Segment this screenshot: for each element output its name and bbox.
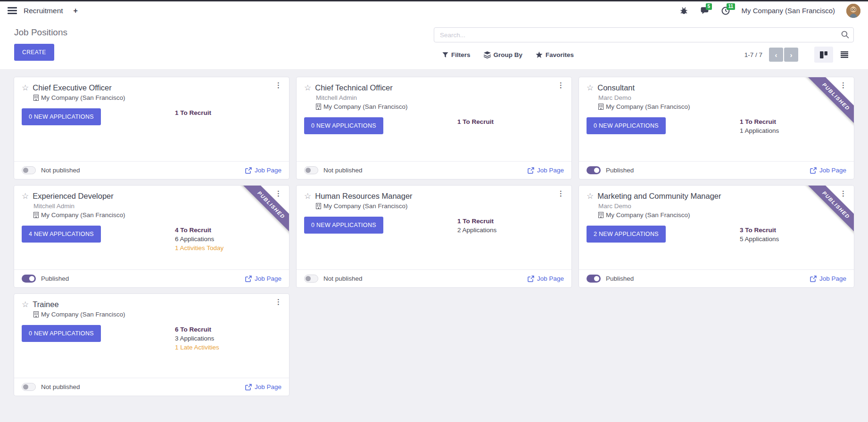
publish-toggle[interactable] xyxy=(22,383,36,391)
applications-count[interactable]: 2 Applications xyxy=(457,227,564,234)
favorite-star-icon[interactable]: ☆ xyxy=(304,84,311,92)
new-applications-button[interactable]: 0 NEW APPLICATIONS xyxy=(304,117,383,134)
new-applications-button[interactable]: 2 NEW APPLICATIONS xyxy=(587,226,666,243)
filters-dropdown[interactable]: Filters xyxy=(442,51,471,58)
job-title: Consultant xyxy=(597,83,635,92)
kanban-view-button[interactable] xyxy=(814,47,833,63)
job-page-link[interactable]: Job Page xyxy=(528,275,564,282)
applications-count[interactable]: 1 Applications xyxy=(740,127,846,134)
favorite-star-icon[interactable]: ☆ xyxy=(22,192,29,200)
messages-icon[interactable]: 5 xyxy=(700,7,710,15)
job-position-card[interactable]: PUBLISHED ⋮ ☆ Experienced Developer Mitc… xyxy=(14,185,289,288)
company-switcher[interactable]: My Company (San Francisco) xyxy=(742,7,835,15)
new-applications-button[interactable]: 4 NEW APPLICATIONS xyxy=(22,226,101,243)
publish-toggle[interactable] xyxy=(22,166,36,174)
new-applications-button[interactable]: 0 NEW APPLICATIONS xyxy=(587,117,666,134)
job-position-card[interactable]: PUBLISHED ⋮ ☆ Consultant Marc Demo My Co… xyxy=(579,77,854,179)
plus-icon[interactable]: + xyxy=(74,7,78,15)
card-footer: Not published Job Page xyxy=(297,161,571,179)
job-page-label: Job Page xyxy=(255,167,281,174)
to-recruit-count[interactable]: 6 To Recruit xyxy=(175,326,281,333)
to-recruit-count[interactable]: 4 To Recruit xyxy=(175,227,281,234)
company-name: My Company (San Francisco) xyxy=(606,211,690,219)
to-recruit-count[interactable]: 1 To Recruit xyxy=(457,218,564,225)
apps-menu-icon[interactable] xyxy=(8,7,17,14)
company-line: My Company (San Francisco) xyxy=(33,94,281,101)
job-page-link[interactable]: Job Page xyxy=(245,167,281,174)
favorite-star-icon[interactable]: ☆ xyxy=(304,192,311,200)
favorite-star-icon[interactable]: ☆ xyxy=(22,84,29,92)
messages-count-badge: 5 xyxy=(706,3,712,10)
card-kebab-menu-icon[interactable]: ⋮ xyxy=(557,190,564,198)
favorite-star-icon[interactable]: ☆ xyxy=(587,84,594,92)
activities-count[interactable]: 1 Late Activities xyxy=(175,344,281,351)
job-page-link[interactable]: Job Page xyxy=(810,275,846,282)
publish-toggle[interactable] xyxy=(587,275,601,283)
job-position-card[interactable]: ⋮ ☆ Trainee My Company (San Francisco) 0… xyxy=(14,293,289,396)
card-stats: 1 To Recruit xyxy=(457,117,564,125)
card-kebab-menu-icon[interactable]: ⋮ xyxy=(275,190,282,198)
card-kebab-menu-icon[interactable]: ⋮ xyxy=(275,298,282,306)
control-panel: Job Positions CREATE Filters xyxy=(0,20,868,70)
job-page-label: Job Page xyxy=(819,167,846,174)
new-applications-button[interactable]: 0 NEW APPLICATIONS xyxy=(22,325,101,342)
to-recruit-count[interactable]: 1 To Recruit xyxy=(175,109,281,116)
job-position-card[interactable]: ⋮ ☆ Human Resources Manager My Company (… xyxy=(296,185,572,288)
building-icon xyxy=(33,311,39,317)
card-footer: Published Job Page xyxy=(14,269,289,287)
activities-count-badge: 11 xyxy=(727,3,736,10)
to-recruit-count[interactable]: 3 To Recruit xyxy=(740,227,846,234)
favorite-star-icon[interactable]: ☆ xyxy=(587,192,594,200)
job-page-link[interactable]: Job Page xyxy=(810,167,846,174)
company-name: My Company (San Francisco) xyxy=(323,103,408,110)
job-position-card[interactable]: PUBLISHED ⋮ ☆ Marketing and Community Ma… xyxy=(579,185,854,288)
card-footer: Not published Job Page xyxy=(14,161,289,179)
card-kebab-menu-icon[interactable]: ⋮ xyxy=(557,81,564,89)
card-kebab-menu-icon[interactable]: ⋮ xyxy=(840,81,847,89)
publish-status-label: Not published xyxy=(41,383,80,390)
job-position-card[interactable]: ⋮ ☆ Chief Executive Officer My Company (… xyxy=(14,77,289,179)
user-avatar[interactable] xyxy=(846,4,860,18)
to-recruit-count[interactable]: 1 To Recruit xyxy=(457,118,564,125)
card-stats: 1 To Recruit 2 Applications xyxy=(457,217,564,234)
card-kebab-menu-icon[interactable]: ⋮ xyxy=(275,81,282,89)
app-name[interactable]: Recruitment xyxy=(24,7,63,15)
job-page-link[interactable]: Job Page xyxy=(245,275,281,282)
card-kebab-menu-icon[interactable]: ⋮ xyxy=(840,190,847,198)
kanban-grid: ⋮ ☆ Chief Executive Officer My Company (… xyxy=(0,70,868,403)
new-applications-button[interactable]: 0 NEW APPLICATIONS xyxy=(22,108,101,125)
publish-toggle[interactable] xyxy=(587,166,601,174)
publish-toggle[interactable] xyxy=(304,166,318,174)
applications-count[interactable]: 5 Applications xyxy=(740,235,846,243)
publish-toggle[interactable] xyxy=(22,275,36,283)
recruiter-name: Mitchell Admin xyxy=(316,94,564,101)
pager-prev-button[interactable]: ‹ xyxy=(769,48,783,62)
job-position-card[interactable]: ⋮ ☆ Chief Technical Officer Mitchell Adm… xyxy=(296,77,572,179)
card-stats: 1 To Recruit 1 Applications xyxy=(740,117,846,134)
company-name: My Company (San Francisco) xyxy=(606,103,690,110)
job-page-link[interactable]: Job Page xyxy=(245,383,281,390)
applications-count[interactable]: 6 Applications xyxy=(175,235,281,243)
group-by-dropdown[interactable]: Group By xyxy=(484,51,523,58)
search-input[interactable] xyxy=(434,27,854,42)
list-view-button[interactable] xyxy=(835,47,854,63)
debug-bug-icon[interactable] xyxy=(679,7,689,15)
create-button[interactable]: CREATE xyxy=(14,44,54,61)
activities-clock-icon[interactable]: 11 xyxy=(721,7,730,15)
building-icon xyxy=(598,104,603,110)
external-link-icon xyxy=(810,276,817,282)
applications-count[interactable]: 3 Applications xyxy=(175,335,281,342)
favorite-star-icon[interactable]: ☆ xyxy=(22,300,29,308)
company-name: My Company (San Francisco) xyxy=(41,211,125,219)
new-applications-button[interactable]: 0 NEW APPLICATIONS xyxy=(304,217,383,234)
to-recruit-count[interactable]: 1 To Recruit xyxy=(740,118,846,125)
favorites-dropdown[interactable]: Favorites xyxy=(536,51,574,58)
search-icon[interactable] xyxy=(841,31,849,39)
publish-toggle[interactable] xyxy=(304,275,318,283)
favorites-label: Favorites xyxy=(546,51,574,58)
publish-status-label: Published xyxy=(606,275,634,282)
activities-count[interactable]: 1 Activities Today xyxy=(175,244,281,252)
job-page-link[interactable]: Job Page xyxy=(528,167,564,174)
card-stats: 4 To Recruit 6 Applications 1 Activities… xyxy=(175,226,281,252)
pager-next-button[interactable]: › xyxy=(784,48,798,62)
